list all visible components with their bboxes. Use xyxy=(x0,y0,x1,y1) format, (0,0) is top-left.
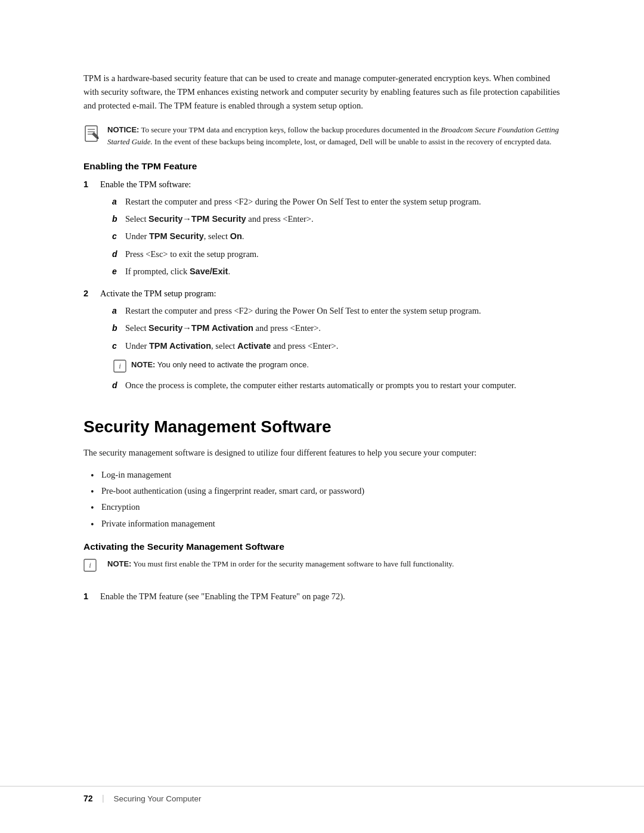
alpha-2d: d xyxy=(112,379,125,392)
tpm-step-1: 1 Enable the TPM software: a Restart the… xyxy=(83,178,561,282)
note-text: You only need to activate the program on… xyxy=(155,360,308,369)
activating-note-label: NOTE: xyxy=(107,559,131,568)
substep-2a-text: Restart the computer and press <F2> duri… xyxy=(125,304,481,318)
notice-text: NOTICE: To secure your TPM data and encr… xyxy=(107,124,561,148)
bullet-login: Log-in management xyxy=(101,468,561,482)
step-1-text: Enable the TPM software: xyxy=(100,179,191,189)
substep-2d: d Once the process is complete, the comp… xyxy=(112,379,516,392)
alpha-c: c xyxy=(112,230,125,243)
alpha-2b: b xyxy=(112,321,125,335)
substep-1e: e If prompted, click Save/Exit. xyxy=(112,265,481,278)
bullet-preboot: Pre-boot authentication (using a fingerp… xyxy=(101,484,561,498)
activating-step-1-text: Enable the TPM feature (see "Enabling th… xyxy=(100,590,345,603)
alpha-b: b xyxy=(112,212,125,225)
note-inline-icon: i xyxy=(113,360,126,373)
tpm-steps-list: 1 Enable the TPM software: a Restart the… xyxy=(83,178,561,396)
substep-2b: b Select Security→TPM Activation and pre… xyxy=(112,321,516,335)
alpha-e: e xyxy=(112,265,125,278)
substep-1d-text: Press <Esc> to exit the setup program. xyxy=(125,247,259,261)
substep-1c: c Under TPM Security, select On. xyxy=(112,230,481,243)
page-footer: 72 | Securing Your Computer xyxy=(0,786,644,803)
activating-note-text: NOTE: You must first enable the TPM in o… xyxy=(107,558,454,570)
substep-2d-text: Once the process is complete, the comput… xyxy=(125,379,516,392)
substep-2c-text: Under TPM Activation, select Activate an… xyxy=(125,339,338,353)
alpha-d: d xyxy=(112,247,125,261)
substep-1e-text: If prompted, click Save/Exit. xyxy=(125,265,230,278)
substep-2b-text: Select Security→TPM Activation and press… xyxy=(125,321,321,335)
substep-1a-text: Restart the computer and press <F2> duri… xyxy=(125,195,481,209)
security-management-title: Security Management Software xyxy=(83,417,561,436)
bullet-encryption: Encryption xyxy=(101,500,561,514)
svg-text:i: i xyxy=(119,361,121,370)
svg-text:i: i xyxy=(89,561,91,569)
step-2-num: 2 xyxy=(83,287,100,301)
substep-1b: b Select Security→TPM Security and press… xyxy=(112,212,481,226)
substep-2c: c Under TPM Activation, select Activate … xyxy=(112,339,516,353)
activating-steps-list: 1 Enable the TPM feature (see "Enabling … xyxy=(83,590,561,603)
substep-1d: d Press <Esc> to exit the setup program. xyxy=(112,247,481,261)
footer-page-number: 72 xyxy=(83,794,93,803)
alpha-a: a xyxy=(112,195,125,208)
tpm-step-2: 2 Activate the TPM setup program: a Rest… xyxy=(83,287,561,396)
notice-label: NOTICE: xyxy=(107,125,139,134)
step-2-substeps: a Restart the computer and press <F2> du… xyxy=(100,304,516,353)
intro-paragraph: TPM is a hardware-based security feature… xyxy=(83,72,561,113)
alpha-2a: a xyxy=(112,304,125,317)
notice-box: NOTICE: To secure your TPM data and encr… xyxy=(83,124,561,148)
step-1-num: 1 xyxy=(83,178,100,191)
note-label: NOTE: xyxy=(131,360,155,369)
security-features-list: Log-in management Pre-boot authenticatio… xyxy=(83,468,561,531)
activating-note-box: i NOTE: You must first enable the TPM in… xyxy=(83,558,561,577)
substep-1a: a Restart the computer and press <F2> du… xyxy=(112,195,481,209)
activating-step-1-num: 1 xyxy=(83,590,100,603)
step-2-substep-d: d Once the process is complete, the comp… xyxy=(100,379,516,392)
substep-2a: a Restart the computer and press <F2> du… xyxy=(112,304,516,318)
activating-heading: Activating the Security Management Softw… xyxy=(83,541,561,552)
activating-note-icon: i xyxy=(83,559,101,577)
note-inline-box: i NOTE: You only need to activate the pr… xyxy=(113,359,516,373)
substep-1c-text: Under TPM Security, select On. xyxy=(125,230,244,243)
step-2-text: Activate the TPM setup program: xyxy=(100,289,216,298)
security-management-intro: The security management software is desi… xyxy=(83,446,561,460)
enabling-tpm-heading: Enabling the TPM Feature xyxy=(83,161,561,172)
activating-note-content: You must first enable the TPM in order f… xyxy=(131,559,454,568)
footer-separator: | xyxy=(103,794,104,803)
footer-section-title: Securing Your Computer xyxy=(113,794,201,803)
step-1-substeps: a Restart the computer and press <F2> du… xyxy=(100,195,481,278)
notice-icon xyxy=(83,125,101,143)
substep-1b-text: Select Security→TPM Security and press <… xyxy=(125,212,314,226)
bullet-private-info: Private information management xyxy=(101,517,561,531)
note-inline-text: NOTE: You only need to activate the prog… xyxy=(131,359,309,371)
alpha-2c: c xyxy=(112,339,125,352)
activating-step-1: 1 Enable the TPM feature (see "Enabling … xyxy=(83,590,561,603)
page-content: TPM is a hardware-based security feature… xyxy=(0,0,644,661)
